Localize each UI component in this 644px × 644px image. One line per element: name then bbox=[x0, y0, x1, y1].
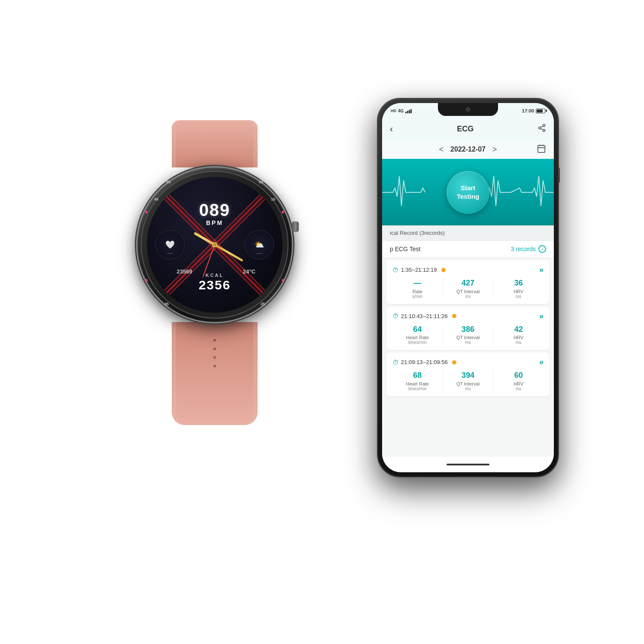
metric-hrv-1: 36 HRV ms bbox=[493, 279, 544, 299]
clock-icon-2: ⏱ bbox=[392, 313, 398, 319]
metric-qt-value-3: 394 bbox=[443, 371, 493, 380]
warning-dot-2 bbox=[452, 314, 456, 318]
record-2-metrics: 64 Heart Rate times/min 386 QT Interval … bbox=[392, 325, 544, 345]
record-1-time: ⏱ 1:35~21:12:19 bbox=[392, 267, 446, 273]
metric-rate-label-3: Heart Rate bbox=[392, 381, 443, 386]
metric-rate-value-1: — bbox=[392, 279, 443, 288]
record-3-metrics: 68 Heart Rate times/min 394 QT Interval … bbox=[392, 371, 544, 391]
app-title: ECG bbox=[457, 125, 474, 134]
record-2-time-row: ⏱ 21:10:43~21:11:26 » bbox=[392, 312, 544, 321]
check-circle: ✓ bbox=[538, 245, 546, 253]
watch-screen: 🤍 —— ⛅ —— 089 BPM 23569 24°C K bbox=[147, 177, 283, 313]
record-2-time-text: 21:10:43~21:11:26 bbox=[401, 313, 448, 319]
metric-qt-2: 386 QT Interval ms bbox=[443, 325, 494, 345]
metric-qt-unit-3: ms bbox=[443, 386, 493, 391]
ecg-start-text: Start Testing bbox=[457, 184, 479, 200]
record-section-header: ical Record (3records) bbox=[382, 225, 554, 241]
signal-bar-4 bbox=[410, 109, 412, 113]
battery-icon bbox=[536, 109, 545, 113]
status-left: HD 4G bbox=[391, 108, 412, 113]
ecg-record-2[interactable]: ⏱ 21:10:43~21:11:26 » 64 Heart Rate time… bbox=[386, 307, 550, 350]
network-type: 4G bbox=[398, 109, 404, 113]
metric-rate-3: 68 Heart Rate times/min bbox=[392, 371, 443, 391]
watch-body: 60 05 55 15 45 30 25 35 bbox=[137, 167, 292, 322]
ecg-header: Start Testing bbox=[382, 159, 554, 225]
svg-point-1 bbox=[539, 127, 541, 129]
record-section[interactable]: ical Record (3records) p ECG Test 3 reco… bbox=[382, 225, 554, 457]
metric-qt-label-2: QT Interval bbox=[443, 335, 493, 340]
record-group-title: p ECG Test bbox=[390, 246, 420, 252]
warning-dot-1 bbox=[441, 268, 446, 272]
date-next-button[interactable]: > bbox=[492, 145, 497, 154]
record-1-time-row: ⏱ 1:35~21:12:19 » bbox=[392, 265, 544, 274]
metric-hrv-unit-2: ms bbox=[493, 340, 544, 345]
metric-qt-value-1: 427 bbox=[443, 279, 493, 288]
svg-rect-5 bbox=[538, 145, 545, 152]
metric-qt-unit-2: ms bbox=[443, 340, 493, 345]
metric-rate-value-2: 64 bbox=[392, 325, 443, 334]
minute-hand bbox=[214, 244, 243, 262]
clock-hands bbox=[147, 177, 283, 313]
record-2-time: ⏱ 21:10:43~21:11:26 bbox=[392, 313, 456, 319]
phone-screen: HD 4G 17:00 bbox=[382, 103, 554, 472]
svg-line-4 bbox=[541, 126, 543, 127]
metric-rate-1: — Rate s/min bbox=[392, 279, 443, 299]
record-1-arrow[interactable]: » bbox=[539, 265, 544, 274]
band-hole-2 bbox=[213, 348, 216, 350]
signal-bar-1 bbox=[405, 112, 407, 113]
app-header: ‹ ECG bbox=[382, 118, 554, 140]
smartphone: HD 4G 17:00 bbox=[378, 99, 558, 477]
record-1-time-text: 1:35~21:12:19 bbox=[401, 267, 437, 273]
date-navigation: < 2022-12-07 > bbox=[382, 140, 554, 159]
back-button[interactable]: ‹ bbox=[390, 124, 393, 135]
metric-rate-unit-1: s/min bbox=[392, 294, 443, 299]
front-camera bbox=[466, 107, 470, 112]
metric-rate-unit-3: times/min bbox=[392, 386, 443, 391]
metric-hrv-label-3: HRV bbox=[493, 381, 544, 386]
metric-qt-1: 427 QT Interval ms bbox=[443, 279, 494, 299]
smartwatch: 60 05 55 15 45 30 25 35 bbox=[86, 120, 343, 464]
record-group-header: p ECG Test 3 records ✓ bbox=[382, 241, 554, 258]
second-hand bbox=[203, 245, 215, 277]
metric-rate-label-1: Rate bbox=[392, 289, 443, 294]
status-right: 17:00 bbox=[522, 108, 545, 113]
watch-band-top bbox=[172, 120, 258, 167]
ecg-record-1[interactable]: ⏱ 1:35~21:12:19 » — Rate s/min bbox=[386, 260, 550, 304]
record-2-arrow[interactable]: » bbox=[539, 312, 544, 321]
metric-hrv-value-3: 60 bbox=[493, 371, 544, 380]
signal-bars bbox=[405, 108, 412, 113]
metric-qt-3: 394 QT Interval ms bbox=[443, 371, 494, 391]
power-button[interactable] bbox=[558, 167, 560, 183]
watch-band-bottom bbox=[172, 322, 258, 425]
home-bar bbox=[382, 457, 554, 472]
ecg-record-3[interactable]: ⏱ 21:09:13~21:09:56 » 68 Heart Rate time… bbox=[386, 352, 550, 396]
metric-rate-value-3: 68 bbox=[392, 371, 443, 380]
metric-qt-label-3: QT Interval bbox=[443, 381, 493, 386]
svg-line-3 bbox=[541, 128, 543, 130]
clock-icon-1: ⏱ bbox=[392, 267, 398, 273]
home-indicator[interactable] bbox=[447, 464, 489, 465]
metric-hrv-3: 60 HRV ms bbox=[493, 371, 544, 391]
watch-crown[interactable] bbox=[292, 222, 299, 232]
band-holes bbox=[213, 339, 216, 368]
metric-rate-unit-2: times/min bbox=[392, 340, 443, 345]
phone-notch bbox=[438, 103, 498, 116]
metric-hrv-value-2: 42 bbox=[493, 325, 544, 334]
scene: 60 05 55 15 45 30 25 35 bbox=[86, 86, 558, 558]
warning-dot-3 bbox=[452, 360, 456, 365]
metric-hrv-label-1: HRV bbox=[493, 289, 544, 294]
metric-rate-label-2: Heart Rate bbox=[392, 335, 443, 340]
record-3-time: ⏱ 21:09:13~21:09:56 bbox=[392, 359, 456, 366]
record-3-arrow[interactable]: » bbox=[539, 358, 544, 367]
metric-qt-value-2: 386 bbox=[443, 325, 493, 334]
svg-point-0 bbox=[543, 125, 545, 127]
start-testing-button[interactable]: Start Testing bbox=[447, 171, 489, 214]
battery-fill bbox=[537, 109, 543, 112]
calendar-button[interactable] bbox=[537, 144, 546, 155]
share-button[interactable] bbox=[538, 124, 546, 134]
metric-hrv-unit-1: ms bbox=[493, 294, 544, 299]
date-prev-button[interactable]: < bbox=[439, 145, 444, 154]
band-hole-4 bbox=[213, 365, 216, 368]
hand-center bbox=[212, 242, 217, 247]
metric-hrv-2: 42 HRV ms bbox=[493, 325, 544, 345]
